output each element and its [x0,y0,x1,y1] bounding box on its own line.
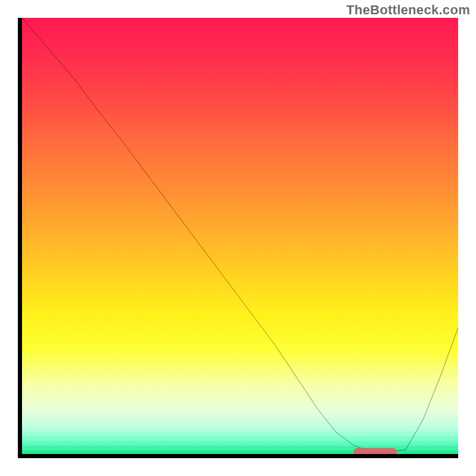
y-axis [18,18,22,458]
x-axis [18,454,458,458]
chart-plot-area [22,18,458,454]
optimal-range-marker [353,448,397,454]
watermark-text: TheBottleneck.com [346,2,470,18]
bottleneck-curve [22,18,458,454]
